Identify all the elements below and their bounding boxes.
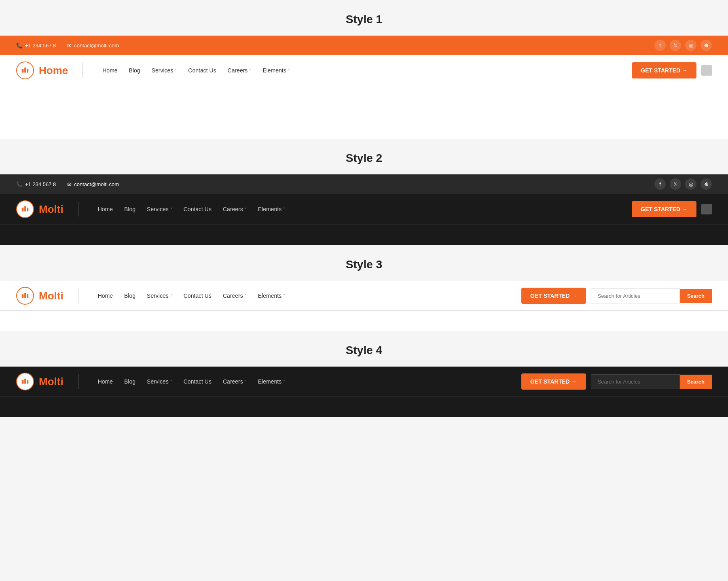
- nav-contact-3[interactable]: Contact Us: [179, 290, 216, 301]
- email-icon: ✉: [67, 42, 72, 49]
- style1-nav-menu: Home Blog Services ˅ Contact Us Careers …: [97, 65, 294, 76]
- facebook-icon[interactable]: f: [654, 40, 666, 51]
- style4-nav-menu: Home Blog Services ˅ Contact Us Careers …: [93, 376, 290, 387]
- nav-blog-3[interactable]: Blog: [119, 290, 140, 301]
- nav-services-3[interactable]: Services ˅: [142, 290, 177, 301]
- style4-navbar-right: GET STARTED → Search: [521, 373, 712, 390]
- style3-nav-menu: Home Blog Services ˅ Contact Us Careers …: [93, 290, 290, 301]
- svg-rect-2: [27, 69, 29, 72]
- style3-container: Molti Home Blog Services ˅ Contact Us Ca…: [0, 281, 728, 331]
- style1-phone: 📞 +1 234 567 8: [16, 42, 56, 49]
- style3-get-started-btn[interactable]: GET STARTED →: [521, 288, 586, 304]
- style2-nav-menu: Home Blog Services ˅ Contact Us Careers …: [93, 204, 290, 215]
- style1-title: Style 1: [0, 0, 728, 36]
- style2-twitter-icon[interactable]: 𝕏: [670, 178, 681, 190]
- style2-topbar: 📞 +1 234 567 8 ✉ contact@molti.com f 𝕏 ◎…: [0, 174, 728, 194]
- style4-navbar-left: Molti Home Blog Services ˅ Contact Us Ca…: [16, 373, 290, 390]
- nav-services-1[interactable]: Services ˅: [147, 65, 182, 76]
- nav-home-1[interactable]: Home: [97, 65, 122, 76]
- style3-navbar-left: Molti Home Blog Services ˅ Contact Us Ca…: [16, 287, 290, 305]
- style3-logo-divider: [78, 288, 78, 303]
- style1-navbar: Home Home Blog Services ˅ Contact Us Car…: [0, 55, 728, 86]
- nav-home-3[interactable]: Home: [93, 290, 118, 301]
- style2-phone: 📞 +1 234 567 8: [16, 181, 56, 187]
- style2-logo-icon: [16, 200, 34, 218]
- logo-svg-3: [21, 291, 30, 300]
- style1-socials: f 𝕏 ◎ ❋: [654, 40, 712, 51]
- style3-logo[interactable]: Molti: [16, 287, 63, 305]
- style1-search-toggle[interactable]: [701, 65, 712, 76]
- style4-search-group: Search: [591, 374, 712, 389]
- twitter-icon[interactable]: 𝕏: [670, 40, 681, 51]
- nav-contact-1[interactable]: Contact Us: [183, 65, 221, 76]
- nav-blog-4[interactable]: Blog: [119, 376, 140, 387]
- style2-topbar-contact: 📞 +1 234 567 8 ✉ contact@molti.com: [16, 181, 119, 187]
- style4-search-input[interactable]: [591, 374, 680, 389]
- style2-search-toggle[interactable]: [701, 204, 712, 214]
- style2-logo-divider: [78, 202, 78, 216]
- style2-instagram-icon[interactable]: ◎: [685, 178, 696, 190]
- style3-title: Style 3: [0, 245, 728, 281]
- style1-spacer: ↑ This might not show on this page, but …: [0, 86, 728, 139]
- style1-navbar-left: Home Home Blog Services ˅ Contact Us Car…: [16, 61, 295, 79]
- style3-navbar: Molti Home Blog Services ˅ Contact Us Ca…: [0, 281, 728, 311]
- style2-navbar: Molti Home Blog Services ˅ Contact Us Ca…: [0, 194, 728, 225]
- phone-icon-2: 📞: [16, 181, 23, 187]
- style3-search-group: Search: [591, 288, 712, 303]
- svg-rect-4: [24, 206, 26, 212]
- style1-container: 📞 +1 234 567 8 ✉ contact@molti.com f 𝕏 ◎…: [0, 36, 728, 139]
- style1-topbar: 📞 +1 234 567 8 ✉ contact@molti.com f 𝕏 ◎…: [0, 36, 728, 55]
- style2-dribbble-icon[interactable]: ❋: [700, 178, 712, 190]
- style2-logo[interactable]: Molti: [16, 200, 63, 218]
- style3-search-btn[interactable]: Search: [680, 289, 712, 303]
- page-wrapper: Style 1 📞 +1 234 567 8 ✉ contact@molti.c…: [0, 0, 728, 441]
- style2-spacer: [0, 225, 728, 245]
- nav-blog-2[interactable]: Blog: [119, 204, 140, 215]
- style2-navbar-right: GET STARTED →: [632, 201, 712, 217]
- style2-facebook-icon[interactable]: f: [654, 178, 666, 190]
- instagram-icon[interactable]: ◎: [685, 40, 696, 51]
- style2-title: Style 2: [0, 139, 728, 174]
- nav-elements-1[interactable]: Elements ˅: [258, 65, 294, 76]
- svg-rect-0: [22, 69, 24, 72]
- nav-careers-3[interactable]: Careers ˅: [218, 290, 252, 301]
- dribbble-icon[interactable]: ❋: [700, 40, 712, 51]
- nav-careers-4[interactable]: Careers ˅: [218, 376, 252, 387]
- nav-home-2[interactable]: Home: [93, 204, 118, 215]
- phone-icon: 📞: [16, 42, 23, 49]
- nav-careers-1[interactable]: Careers ˅: [223, 65, 256, 76]
- style4-spacer: [0, 397, 728, 417]
- nav-elements-4[interactable]: Elements ˅: [253, 376, 290, 387]
- style1-email: ✉ contact@molti.com: [67, 42, 119, 49]
- style2-container: 📞 +1 234 567 8 ✉ contact@molti.com f 𝕏 ◎…: [0, 174, 728, 245]
- svg-rect-10: [24, 379, 26, 384]
- style2-email-text: contact@molti.com: [74, 181, 119, 187]
- style4-search-btn[interactable]: Search: [680, 375, 712, 389]
- nav-services-2[interactable]: Services ˅: [142, 204, 177, 215]
- email-icon-2: ✉: [67, 181, 72, 187]
- nav-home-4[interactable]: Home: [93, 376, 118, 387]
- style4-logo-divider: [78, 374, 78, 389]
- style2-phone-text: +1 234 567 8: [25, 181, 56, 187]
- style1-logo-divider: [83, 63, 83, 78]
- style4-logo[interactable]: Molti: [16, 373, 63, 390]
- svg-rect-9: [22, 380, 24, 384]
- nav-elements-2[interactable]: Elements ˅: [253, 204, 290, 215]
- nav-blog-1[interactable]: Blog: [124, 65, 145, 76]
- style2-get-started-btn[interactable]: GET STARTED →: [632, 201, 696, 217]
- style4-get-started-btn[interactable]: GET STARTED →: [521, 373, 586, 390]
- nav-careers-2[interactable]: Careers ˅: [218, 204, 252, 215]
- style3-search-input[interactable]: [591, 288, 680, 303]
- nav-contact-4[interactable]: Contact Us: [179, 376, 216, 387]
- page-bottom: [0, 417, 728, 441]
- style1-logo-icon: [16, 61, 34, 79]
- nav-elements-3[interactable]: Elements ˅: [253, 290, 290, 301]
- svg-rect-8: [27, 294, 29, 298]
- style1-get-started-btn[interactable]: GET STARTED →: [632, 62, 696, 78]
- nav-contact-2[interactable]: Contact Us: [179, 204, 216, 215]
- nav-services-4[interactable]: Services ˅: [142, 376, 177, 387]
- style4-title: Style 4: [0, 331, 728, 367]
- style1-logo[interactable]: Home: [16, 61, 68, 79]
- style3-spacer: [0, 311, 728, 331]
- style2-email: ✉ contact@molti.com: [67, 181, 119, 187]
